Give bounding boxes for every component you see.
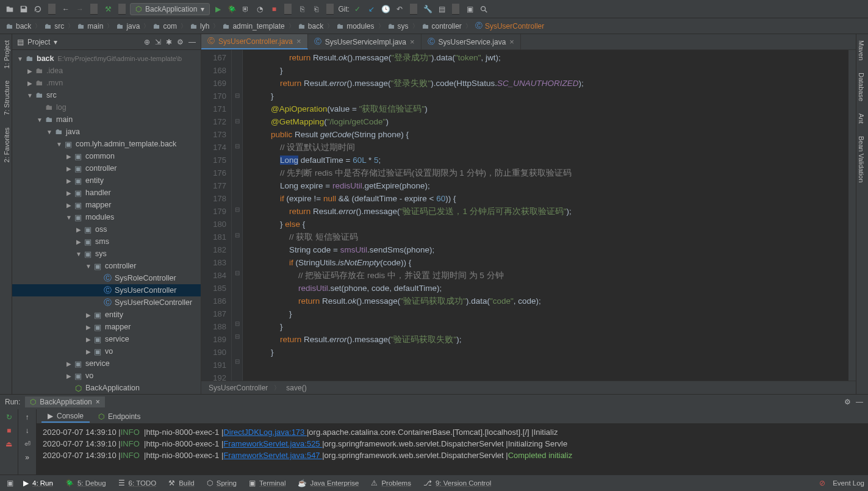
crumb-main[interactable]: 🖿main bbox=[75, 21, 106, 32]
close-icon[interactable]: × bbox=[296, 37, 301, 46]
crumb-src[interactable]: 🖿src bbox=[42, 21, 66, 32]
crumb-sys[interactable]: 🖿sys bbox=[386, 21, 411, 32]
more-icon[interactable]: » bbox=[22, 452, 33, 463]
select-opened-icon[interactable]: ⊕ bbox=[144, 38, 150, 46]
tree-item[interactable]: ▶▣common bbox=[12, 150, 201, 162]
tree-item[interactable]: ▶▣oss bbox=[12, 223, 201, 235]
tree-item[interactable]: ▼▣modules bbox=[12, 211, 201, 223]
crumb-back[interactable]: 🖿back bbox=[296, 21, 326, 32]
chevron-down-icon[interactable]: ▾ bbox=[54, 38, 57, 46]
crumb-admin_template[interactable]: 🖿admin_template bbox=[220, 21, 287, 32]
settings-icon[interactable]: 🔧 bbox=[421, 3, 434, 15]
gear-icon[interactable]: ⚙ bbox=[177, 38, 184, 46]
exit-icon[interactable]: ⏏ bbox=[4, 439, 15, 450]
build-icon[interactable]: ⚒ bbox=[102, 3, 114, 15]
stop-icon[interactable]: ■ bbox=[268, 3, 280, 15]
project-tree[interactable]: ▼🖿backE:\myProject\myGit\admin-vue-templ… bbox=[12, 50, 201, 394]
status-item[interactable]: ⬡Spring bbox=[201, 479, 243, 487]
refresh-icon[interactable] bbox=[32, 3, 44, 15]
editor-tab[interactable]: ⒸSysUserServiceImpl.java× bbox=[308, 34, 421, 49]
tool-window-icon[interactable]: ▣ bbox=[4, 477, 16, 489]
forward-icon[interactable]: → bbox=[74, 3, 86, 15]
status-item[interactable]: ▶4: Run bbox=[17, 479, 59, 487]
editor-tab[interactable]: ⒸSysUserController.java× bbox=[201, 34, 308, 49]
tree-item[interactable]: ▶🖿.mvn bbox=[12, 77, 201, 89]
status-item[interactable]: ⚒Build bbox=[162, 479, 201, 487]
coverage-icon[interactable]: ⛨ bbox=[240, 3, 252, 15]
side-tab[interactable]: 2: Favorites bbox=[0, 121, 12, 168]
crumb-method[interactable]: save() bbox=[286, 384, 306, 392]
status-item[interactable]: ⎇9: Version Control bbox=[417, 479, 497, 487]
tree-item[interactable]: ▶🖿.idea bbox=[12, 65, 201, 77]
git-history-icon[interactable]: 🕓 bbox=[379, 3, 392, 15]
stop-icon[interactable]: ■ bbox=[4, 425, 15, 436]
event-log-label[interactable]: Event Log bbox=[833, 479, 864, 487]
tree-item[interactable]: ▶▣vo bbox=[12, 345, 201, 357]
tree-item[interactable]: ▼🖿src bbox=[12, 89, 201, 101]
tree-item[interactable]: ⒸSysRoleController bbox=[12, 272, 201, 284]
run-config-selector[interactable]: ⬡ BackApplication ▾ bbox=[130, 3, 210, 15]
debug-icon[interactable]: 🪲 bbox=[226, 3, 238, 15]
status-item[interactable]: ⚠Problems bbox=[365, 479, 417, 487]
status-item[interactable]: ▣Terminal bbox=[243, 479, 292, 487]
tree-item[interactable]: ▶▣sms bbox=[12, 235, 201, 248]
collapse-icon[interactable]: ✱ bbox=[166, 38, 172, 46]
tree-item[interactable]: ▶▣handler bbox=[12, 187, 201, 199]
side-tab[interactable]: Maven bbox=[856, 34, 866, 66]
up-icon[interactable]: ↑ bbox=[22, 412, 33, 423]
crumb-class[interactable]: SysUserController bbox=[209, 384, 268, 392]
tree-item[interactable]: ▶▣controller bbox=[12, 162, 201, 174]
tree-item[interactable]: ⒸSysUserRoleController bbox=[12, 296, 201, 309]
code-editor[interactable]: return Result.ok().message("登录成功").data(… bbox=[243, 50, 848, 381]
crumb-SysUserController[interactable]: ⒸSysUserController bbox=[473, 20, 547, 32]
tree-item[interactable]: 🖿log bbox=[12, 101, 201, 113]
tree-item[interactable]: ▶▣entity bbox=[12, 309, 201, 321]
side-tab[interactable]: Ant bbox=[856, 107, 866, 130]
tree-item[interactable]: ▼▣sys bbox=[12, 248, 201, 260]
tree-item[interactable]: ▶▣service bbox=[12, 333, 201, 345]
open-icon[interactable] bbox=[4, 3, 16, 15]
side-tab[interactable]: Database bbox=[856, 66, 866, 107]
tree-item[interactable]: ▼🖿java bbox=[12, 126, 201, 138]
down-icon[interactable]: ↓ bbox=[22, 425, 33, 436]
run-icon[interactable]: ▶ bbox=[212, 3, 224, 15]
tree-item[interactable]: ▶▣mapper bbox=[12, 321, 201, 333]
tree-item[interactable]: ⬡BackApplication bbox=[12, 382, 201, 394]
hide-icon[interactable]: — bbox=[856, 398, 863, 406]
tree-item[interactable]: ▶▣mapper bbox=[12, 199, 201, 211]
gear-icon[interactable]: ⚙ bbox=[844, 398, 851, 406]
status-item[interactable]: ☕Java Enterprise bbox=[292, 479, 365, 487]
run-tab[interactable]: ⬡ BackApplication × bbox=[25, 396, 104, 407]
tree-item[interactable]: ▶▣entity bbox=[12, 174, 201, 187]
tree-item[interactable]: ⒸSysUserController bbox=[12, 284, 201, 296]
crumb-modules[interactable]: 🖿modules bbox=[334, 21, 376, 32]
close-icon[interactable]: × bbox=[410, 37, 415, 46]
tree-item[interactable]: ▼▣controller bbox=[12, 260, 201, 272]
crumb-java[interactable]: 🖿java bbox=[114, 21, 142, 32]
status-item[interactable]: 🪲5: Debug bbox=[59, 479, 112, 487]
console-output[interactable]: 2020-07-07 14:39:10 |INFO |http-nio-8000… bbox=[37, 424, 868, 475]
tree-item[interactable]: ▼▣com.lyh.admin_template.back bbox=[12, 138, 201, 150]
search-icon[interactable] bbox=[478, 3, 490, 15]
ide-icon[interactable]: ▣ bbox=[464, 3, 476, 15]
back-icon[interactable]: ← bbox=[60, 3, 72, 15]
console-tab[interactable]: ▶ Console bbox=[41, 410, 90, 423]
crumb-lyh[interactable]: 🖿lyh bbox=[188, 21, 212, 32]
attach2-icon[interactable]: ⎗ bbox=[310, 3, 322, 15]
crumb-back[interactable]: 🖿back bbox=[4, 21, 34, 32]
close-icon[interactable]: × bbox=[96, 398, 100, 406]
rerun-icon[interactable]: ↻ bbox=[4, 412, 15, 423]
status-item[interactable]: ☰6: TODO bbox=[112, 479, 163, 487]
save-icon[interactable] bbox=[18, 3, 30, 15]
side-tab[interactable]: Bean Validation bbox=[856, 130, 866, 188]
git-update-icon[interactable]: ↙ bbox=[365, 3, 378, 15]
expand-icon[interactable]: ⇲ bbox=[155, 38, 161, 46]
hide-icon[interactable]: — bbox=[188, 38, 196, 46]
close-icon[interactable]: × bbox=[509, 37, 514, 46]
tree-item[interactable]: ▶▣service bbox=[12, 357, 201, 370]
tree-item[interactable]: ▼🖿main bbox=[12, 113, 201, 126]
tree-item[interactable]: ▼🖿backE:\myProject\myGit\admin-vue-templ… bbox=[12, 52, 201, 65]
git-commit-icon[interactable]: ✓ bbox=[351, 3, 364, 15]
side-tab[interactable]: 7: Structure bbox=[0, 74, 12, 121]
attach-icon[interactable]: ⎘ bbox=[296, 3, 308, 15]
